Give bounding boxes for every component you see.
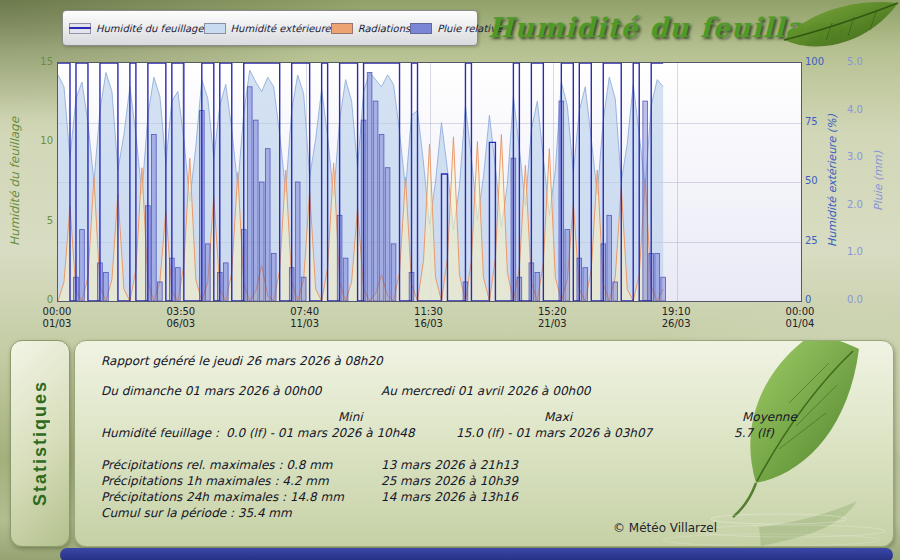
period-from: Du dimanche 01 mars 2026 à 00h00 — [101, 384, 321, 398]
left-axis-tick-label: 10 — [29, 135, 53, 147]
leaf-wetness-line-swatch-icon — [69, 23, 91, 34]
chart-plot-area — [57, 62, 802, 302]
right-axis1-tick-label: 75 — [805, 116, 831, 128]
column-header-maxi: Maxi — [544, 410, 572, 424]
precip-24h-max-date: 14 mars 2026 à 13h16 — [381, 490, 518, 504]
legend-item-humidite-exterieure: Humidité extérieure — [204, 23, 331, 34]
precip-rel-max-label: Précipitations rel. maximales : 0.8 mm — [101, 458, 333, 472]
x-axis-tick-label: 03:50 06/03 — [151, 306, 211, 330]
x-axis-tick-label: 00:00 01/04 — [770, 306, 830, 330]
right-axis1-tick-label: 100 — [805, 56, 831, 68]
right-axis2-tick-label: 3.0 — [847, 151, 871, 163]
left-axis-tick-label: 5 — [29, 215, 53, 227]
precip-1h-max-date: 25 mars 2026 à 10h39 — [381, 474, 518, 488]
humidity-maxi-value: 15.0 (lf) - 01 mars 2026 à 03h07 — [456, 426, 652, 440]
right-axis1-tick-label: 50 — [805, 175, 831, 187]
humidity-mini-value: 0.0 (lf) - 01 mars 2026 à 10h48 — [226, 426, 415, 440]
x-axis-tick-label: 11:30 16/03 — [399, 306, 459, 330]
chart-canvas — [58, 63, 801, 301]
column-header-mini: Mini — [338, 410, 363, 424]
legend-item-radiations: Radiations — [331, 23, 410, 34]
legend-label: Radiations — [358, 23, 410, 34]
report-generated-line: Rapport généré le jeudi 26 mars 2026 à 0… — [101, 354, 383, 368]
precip-24h-max-label: Précipitations 24h maximales : 14.8 mm — [101, 490, 344, 504]
period-total-rainfall: Cumul sur la période : 35.4 mm — [101, 506, 292, 520]
precip-1h-max-label: Précipitations 1h maximales : 4.2 mm — [101, 474, 329, 488]
right-axis1-tick-label: 0 — [805, 294, 831, 306]
statistics-strip: Statistiques — [10, 340, 70, 547]
page-title: Humidité du feuillage — [488, 12, 818, 43]
x-axis-tick-label: 00:00 01/03 — [27, 306, 87, 330]
humidity-area-swatch-icon — [204, 23, 226, 34]
left-axis-tick-label: 15 — [29, 56, 53, 68]
legend-label: Humidité extérieure — [231, 23, 331, 34]
statistics-vertical-title: Statistiques — [30, 380, 51, 506]
report-page: Humidité du feuillage Humidité extérieur… — [0, 0, 900, 560]
humidity-mean-value: 5.7 (lf) — [734, 426, 774, 440]
column-header-moyenne: Moyenne — [742, 410, 797, 424]
left-axis-title: Humidité du feuillage — [8, 62, 22, 300]
copyright-notice: © Météo Villarzel — [613, 521, 717, 535]
right-axis2-tick-label: 0.0 — [847, 294, 871, 306]
right-axis2-title: Pluie (mm) — [872, 62, 885, 300]
period-to: Au mercredi 01 avril 2026 à 00h00 — [381, 384, 590, 398]
rain-swatch-icon — [410, 23, 432, 34]
bottom-bar — [60, 548, 893, 560]
humidity-row-label: Humidité feuillage : — [101, 426, 219, 440]
radiation-swatch-icon — [331, 23, 353, 34]
left-axis-tick-label: 0 — [29, 294, 53, 306]
legend-item-humidite-feuillage: Humidité du feuillage — [69, 23, 204, 34]
legend-label: Humidité du feuillage — [96, 23, 204, 34]
precip-rel-max-date: 13 mars 2026 à 21h13 — [381, 458, 518, 472]
right-axis2-tick-label: 2.0 — [847, 199, 871, 211]
right-axis2-tick-label: 1.0 — [847, 246, 871, 258]
chart-legend: Humidité du feuillage Humidité extérieur… — [62, 10, 478, 46]
right-axis2-tick-label: 4.0 — [847, 104, 871, 116]
right-axis1-tick-label: 25 — [805, 235, 831, 247]
right-axis2-tick-label: 5.0 — [847, 56, 871, 68]
leaf-water-photo-icon — [661, 341, 891, 546]
statistics-panel: Rapport généré le jeudi 26 mars 2026 à 0… — [74, 340, 894, 547]
x-axis-tick-label: 19:10 26/03 — [646, 306, 706, 330]
x-axis-tick-label: 07:40 11/03 — [275, 306, 335, 330]
x-axis-tick-label: 15:20 21/03 — [522, 306, 582, 330]
